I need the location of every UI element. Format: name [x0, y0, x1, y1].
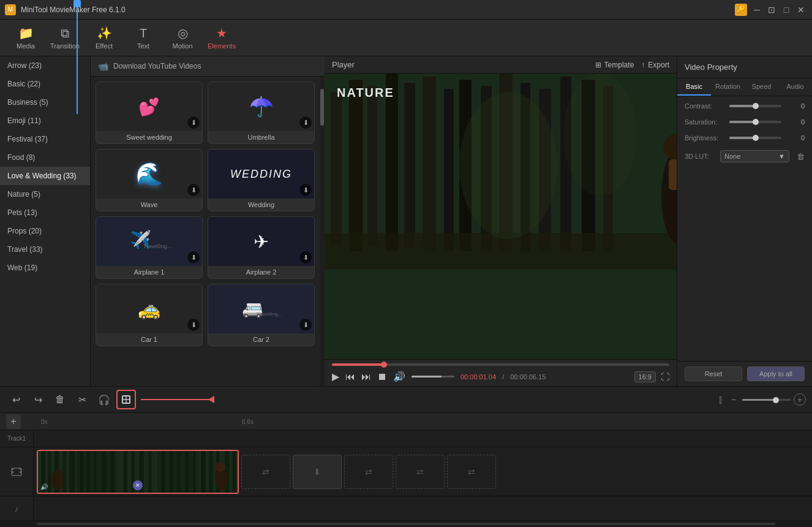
redo-button[interactable]: ↪: [28, 390, 48, 409]
tab-basic[interactable]: Basic: [677, 78, 711, 96]
undo-button[interactable]: ↩: [6, 390, 26, 409]
player-header: Player ⊞ Template ↑ Export: [325, 56, 677, 74]
add-track-button[interactable]: +: [6, 414, 21, 429]
download-bar[interactable]: 📹 Download YouTube Videos: [91, 56, 325, 77]
toolbar-media[interactable]: 📁 Media: [6, 21, 45, 55]
tab-speed[interactable]: Speed: [745, 78, 778, 96]
video-property-title: Video Property: [677, 56, 812, 78]
export-button[interactable]: ↑ Export: [641, 61, 669, 69]
category-festival[interactable]: Festival (37): [0, 130, 90, 148]
saturation-slider[interactable]: [729, 121, 781, 123]
video-clip[interactable]: 🔊 ✕: [37, 450, 239, 494]
category-travel[interactable]: Travel (33): [0, 240, 90, 259]
control-right: 16:9 ⛶: [634, 371, 669, 382]
transition-slot-4[interactable]: ⇄: [396, 455, 445, 489]
zoom-out-button[interactable]: −: [727, 393, 740, 406]
category-food[interactable]: Food (8): [0, 148, 90, 167]
apply-to-all-button[interactable]: Apply to all: [747, 366, 805, 381]
tab-audio[interactable]: Audio: [778, 78, 812, 96]
contrast-value: 0: [786, 102, 805, 110]
toolbar-text[interactable]: T Text: [124, 21, 163, 55]
player-area: Player ⊞ Template ↑ Export: [325, 56, 677, 386]
category-emoji[interactable]: Emoji (11): [0, 112, 90, 130]
svg-rect-39: [70, 451, 75, 493]
progress-handle[interactable]: [381, 362, 387, 368]
wave-thumb: 🌊 ⬇: [96, 150, 202, 199]
delete-button[interactable]: 🗑: [50, 390, 70, 409]
element-wedding[interactable]: WEDDING ⬇ Wedding: [208, 149, 315, 211]
wedding-label: Wedding: [208, 199, 314, 211]
category-pets[interactable]: Pets (13): [0, 203, 90, 222]
contrast-slider[interactable]: [729, 105, 781, 107]
reset-button[interactable]: Reset: [685, 366, 742, 381]
element-car1[interactable]: 🚕 ⬇ Car 1: [96, 284, 203, 346]
transition-slot-5[interactable]: ⇄: [447, 455, 496, 489]
zoom-handle: [773, 397, 779, 403]
element-sweet-wedding[interactable]: 💕 ⬇ Sweet wedding: [96, 82, 203, 144]
toolbar-transition[interactable]: ⧉ Transition: [45, 21, 85, 55]
volume-button[interactable]: 🔊: [393, 371, 405, 382]
zoom-fill: [742, 399, 776, 401]
crop-button[interactable]: [116, 390, 136, 409]
export-label: Export: [648, 61, 669, 69]
category-love-wedding[interactable]: Love & Wedding (33): [0, 167, 90, 185]
element-airplane2[interactable]: ✈ ⬇ Airplane 2: [208, 216, 315, 279]
stop-button[interactable]: ⏹: [377, 371, 387, 382]
transition-slot-1[interactable]: ⇄: [241, 455, 290, 489]
audio-detach-button[interactable]: 🎧: [94, 390, 114, 409]
window-controls: ─ ⊡ □ ✕: [751, 4, 807, 16]
toolbar-elements[interactable]: ★ Elements: [202, 21, 241, 55]
play-button[interactable]: ▶: [332, 371, 339, 382]
brightness-value: 0: [786, 134, 805, 142]
brightness-slider[interactable]: [729, 137, 781, 139]
template-button[interactable]: ⊞ Template: [595, 61, 634, 69]
transition-slot-2[interactable]: ⬇: [293, 455, 342, 489]
lut-value: None: [724, 153, 740, 160]
video-track-row: 🔊 ✕ ⇄ ⬇ ⇄ ⇄ ⇄: [0, 447, 812, 496]
next-frame-button[interactable]: ⏭: [361, 371, 371, 382]
element-wave[interactable]: 🌊 ⬇ Wave: [96, 149, 203, 211]
toolbar-effect[interactable]: ✨ Effect: [85, 21, 124, 55]
clip-frame-5-svg: [198, 451, 238, 493]
prev-frame-button[interactable]: ⏮: [345, 371, 355, 382]
fullscreen-button[interactable]: ⛶: [661, 372, 669, 382]
zoom-slider[interactable]: [742, 399, 791, 401]
timeline-scroll-track[interactable]: [37, 523, 775, 525]
saturation-value: 0: [786, 118, 805, 126]
category-props[interactable]: Props (20): [0, 222, 90, 240]
minimize-button[interactable]: ─: [751, 4, 763, 16]
toolbar-motion[interactable]: ◎ Motion: [163, 21, 202, 55]
arrow-indicator: [141, 399, 214, 400]
svg-rect-51: [148, 451, 151, 493]
restore-button[interactable]: ⊡: [765, 4, 778, 16]
export-icon: ↑: [641, 61, 645, 69]
motion-icon: ◎: [178, 26, 188, 40]
svg-rect-53: [162, 451, 165, 493]
maximize-button[interactable]: □: [780, 4, 792, 16]
property-content: Contrast: 0 Saturation: 0 Brightness:: [677, 96, 812, 361]
elements-label: Elements: [208, 42, 236, 50]
category-nature[interactable]: Nature (5): [0, 185, 90, 203]
transition-slot-3[interactable]: ⇄: [344, 455, 393, 489]
element-airplane1[interactable]: ✈️ Travelling... ⬇ Airplane 1: [96, 216, 203, 279]
progress-bar[interactable]: [332, 363, 669, 366]
car1-thumb: 🚕 ⬇: [96, 284, 202, 333]
close-button[interactable]: ✕: [795, 4, 807, 16]
media-icon: 📁: [18, 26, 34, 40]
category-web[interactable]: Web (19): [0, 259, 90, 277]
element-umbrella[interactable]: ☂️ ⬇ Umbrella: [208, 82, 315, 144]
aspect-ratio-selector[interactable]: 16:9: [634, 371, 656, 382]
timeline-tracks: Track1: [0, 430, 812, 521]
zoom-in-button[interactable]: +: [794, 393, 806, 406]
element-car2[interactable]: 🚐 Travelling... ⬇ Car 2: [208, 284, 315, 346]
split-button[interactable]: ✂: [72, 390, 92, 409]
volume-slider[interactable]: [412, 376, 454, 377]
airplane1-thumb: ✈️ Travelling... ⬇: [96, 217, 202, 266]
elements-icon: ★: [216, 26, 227, 40]
lut-delete-button[interactable]: 🗑: [797, 152, 805, 161]
lut-selector[interactable]: None ▼: [720, 150, 789, 162]
tab-rotation[interactable]: Rotation: [711, 78, 745, 96]
svg-rect-60: [209, 451, 212, 493]
track1-header-row: Track1: [0, 430, 812, 447]
scroll-indicator: [320, 77, 325, 386]
